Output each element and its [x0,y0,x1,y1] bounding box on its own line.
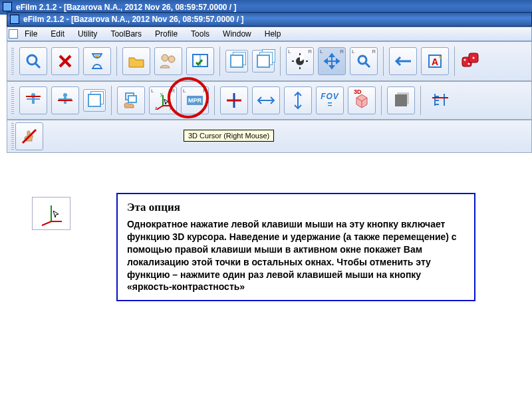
separator [111,86,112,115]
menu-window[interactable]: Window [217,28,257,40]
titlebar-back-text: eFilm 2.1.2 - [Bazarova N.A., 2012 Nov 2… [16,3,237,12]
stack-icon [230,55,243,68]
svg-line-15 [366,63,370,67]
app-icon [3,2,12,11]
close-button[interactable] [51,47,79,75]
svg-point-27 [63,93,67,97]
toolbar-grip[interactable] [11,123,14,150]
svg-point-22 [473,57,475,59]
brightness-contrast-button[interactable] [286,47,314,75]
svg-point-0 [27,55,37,65]
menu-toolbars[interactable]: ToolBars [105,28,147,40]
patient-orient-2-button[interactable] [51,86,79,114]
annotation-a-icon: A [427,53,443,69]
app-icon [10,15,19,24]
folder-button[interactable] [122,47,150,75]
hourglass-icon [90,53,104,70]
mpr-button[interactable]: MPR [181,86,209,114]
fov-eq-label: = [327,100,332,108]
hourglass-button[interactable] [83,47,111,75]
patient-orient-1-button[interactable] [19,86,47,114]
annotation-button[interactable]: A [421,47,449,75]
svg-point-21 [468,63,470,65]
menu-file[interactable]: File [19,28,43,40]
hand-disabled-button[interactable] [15,122,43,150]
menu-profile[interactable]: Profile [150,28,183,40]
pan-arrows-icon [323,53,340,70]
tile-3-button[interactable] [252,50,275,72]
fov-button[interactable]: FOV = [316,86,344,114]
hand-slash-icon [21,128,38,145]
crosshair-icon [225,92,243,109]
menubar: File Edit Utility ToolBars Profile Tools… [7,27,532,41]
3d-button[interactable]: 3D [348,86,376,114]
zoom-button[interactable] [350,47,378,75]
info-thumbnail [32,197,70,230]
info-title: Эта опция [127,201,465,214]
svg-line-1 [35,63,40,68]
double-arrow-h-icon [256,95,276,106]
double-arrow-v-icon [293,90,303,110]
tile-2-button[interactable] [225,50,248,72]
separator [116,47,117,76]
dice-icon [461,52,479,70]
svg-text:x: x [170,106,172,110]
svg-point-14 [358,56,366,64]
3d-cursor-button[interactable]: yxz [149,86,177,114]
svg-point-4 [162,55,168,61]
info-body: Однократное нажатие левой клавиши мыши н… [127,218,465,293]
measure-button[interactable] [426,86,454,114]
arrow-left-icon [394,55,412,67]
dice-button[interactable] [460,47,480,75]
gray-square-button[interactable] [387,86,415,114]
body-icon [25,92,42,109]
v-swap-button[interactable] [284,86,312,114]
separator [420,86,421,115]
series-stack-button[interactable] [83,89,106,112]
book-button[interactable] [186,47,214,75]
svg-line-45 [42,221,51,225]
svg-line-37 [156,106,163,110]
info-box: Эта опция Однократное нажатие левой клав… [116,193,475,301]
svg-text:A: A [432,57,438,67]
brightness-icon [292,53,308,69]
titlebar-front-text: eFilm 2.1.2 - [Bazarova N.A., 2012 Nov 2… [23,15,244,24]
menu-edit[interactable]: Edit [45,28,70,40]
menu-tools[interactable]: Tools [186,28,215,40]
pan-button[interactable] [318,47,346,75]
separator [383,47,384,76]
svg-rect-32 [128,96,136,102]
magnifier-icon [25,53,41,69]
titlebar-foreground[interactable]: eFilm 2.1.2 - [Bazarova N.A., 2012 Nov 2… [7,12,532,27]
stack-icon [88,94,101,107]
link-hand-button[interactable] [117,86,145,114]
x-icon [57,53,73,69]
stack-icon [257,55,270,68]
search-button[interactable] [19,47,47,75]
separator [280,47,281,76]
separator [454,47,455,76]
svg-point-20 [464,59,466,61]
toolbar-grip[interactable] [11,87,14,114]
svg-point-5 [168,56,175,63]
toolbar-grip[interactable] [11,48,14,74]
svg-text:y: y [160,92,163,97]
tooltip: 3D Cursor (Right Mouse) [184,130,274,142]
menu-utility[interactable]: Utility [72,28,102,40]
separator [214,86,215,115]
square-icon [395,94,407,106]
3d-axes-cursor-icon: yxz [154,91,172,110]
crosshair-button[interactable] [220,86,248,114]
svg-rect-24 [32,97,35,104]
users-icon [159,53,178,69]
mdi-system-icon[interactable] [9,29,18,39]
toolbar-row-1: A [7,41,532,81]
3d-axes-cursor-icon [38,200,65,227]
h-swap-button[interactable] [252,86,280,114]
menu-help[interactable]: Help [259,28,287,40]
link-stack-hand-icon [122,92,140,109]
mpr-icon: MPR [187,96,203,105]
users-button[interactable] [154,47,182,75]
cube-3d-label: 3D [354,88,362,95]
arrow-left-button[interactable] [389,47,417,75]
